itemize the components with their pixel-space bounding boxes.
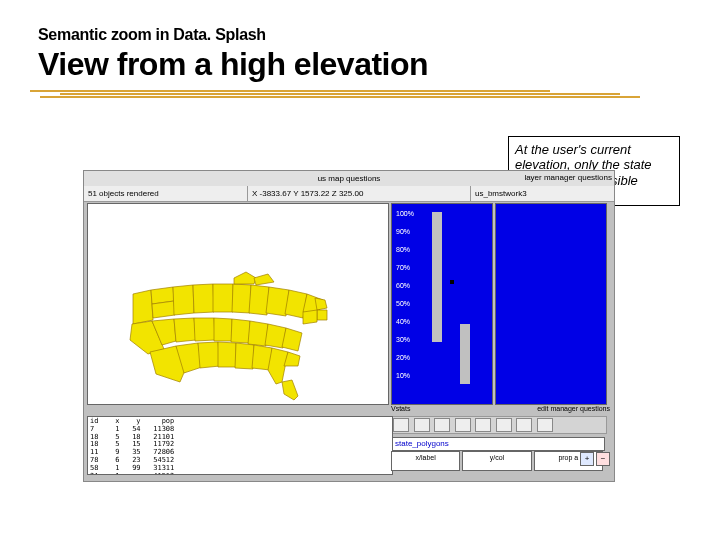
status-coords: X -3833.67 Y 1573.22 Z 325.00 bbox=[248, 186, 471, 201]
datasplash-window: us map questions layer manager questions… bbox=[83, 170, 615, 482]
col-select[interactable]: x/label bbox=[391, 451, 460, 471]
minus-button[interactable]: − bbox=[596, 452, 610, 466]
tool-button[interactable] bbox=[516, 418, 532, 432]
layer-name-field[interactable]: state_polygons bbox=[391, 437, 605, 451]
vstats-label: Vstats bbox=[391, 405, 410, 412]
elevation-indicator-icon bbox=[450, 280, 454, 284]
zoom-tick: 60% bbox=[396, 282, 410, 289]
zoom-tick: 80% bbox=[396, 246, 410, 253]
slide-title: View from a high elevation bbox=[38, 46, 428, 83]
divider-rule bbox=[30, 90, 690, 98]
col-select[interactable]: y/col bbox=[462, 451, 531, 471]
zoom-tick: 40% bbox=[396, 318, 410, 325]
tool-button[interactable] bbox=[496, 418, 512, 432]
elevation-slider-panel[interactable]: 100% 90% 80% 70% 60% 50% 40% 30% 20% 10% bbox=[391, 203, 493, 405]
status-dataset: us_bmstwork3 bbox=[471, 186, 614, 201]
tool-button[interactable] bbox=[455, 418, 471, 432]
plus-button[interactable]: + bbox=[580, 452, 594, 466]
edit-manager-label: edit manager questions bbox=[537, 405, 610, 412]
zoom-tick: 70% bbox=[396, 264, 410, 271]
layer-range-bar[interactable] bbox=[432, 212, 442, 342]
zoom-tick: 50% bbox=[396, 300, 410, 307]
layer-toolbar bbox=[391, 416, 607, 434]
right-blue-panel bbox=[495, 203, 607, 405]
status-objects: 51 objects rendered bbox=[84, 186, 248, 201]
slide-supertitle: Semantic zoom in Data. Splash bbox=[38, 26, 266, 44]
layer-range-bar[interactable] bbox=[460, 324, 470, 384]
tool-button[interactable] bbox=[434, 418, 450, 432]
layer-manager-label: layer manager questions bbox=[524, 173, 612, 182]
zoom-tick: 100% bbox=[396, 210, 414, 217]
zoom-tick: 20% bbox=[396, 354, 410, 361]
map-canvas[interactable] bbox=[87, 203, 389, 405]
us-map-icon bbox=[88, 204, 388, 404]
tool-button[interactable] bbox=[475, 418, 491, 432]
tool-button[interactable] bbox=[537, 418, 553, 432]
tool-button[interactable] bbox=[393, 418, 409, 432]
data-table[interactable]: id x y pop 7 1 54 11308 18 5 18 21101 18… bbox=[87, 416, 393, 475]
zoom-tick: 10% bbox=[396, 372, 410, 379]
tool-button[interactable] bbox=[414, 418, 430, 432]
zoom-tick: 90% bbox=[396, 228, 410, 235]
status-bar: 51 objects rendered X -3833.67 Y 1573.22… bbox=[84, 186, 614, 202]
zoom-tick: 30% bbox=[396, 336, 410, 343]
column-selectors: x/label y/col prop a bbox=[391, 451, 605, 471]
